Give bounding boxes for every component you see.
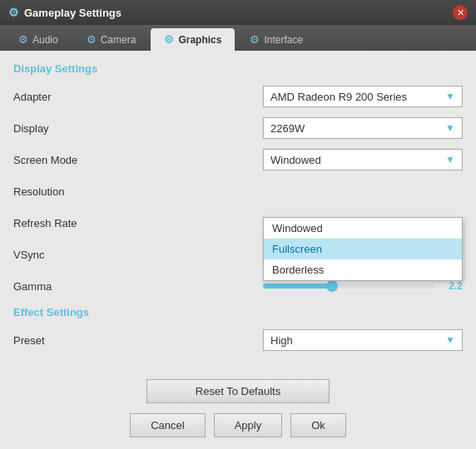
- gear-icon: ⚙: [8, 6, 19, 19]
- graphics-tab-icon: ⚙: [164, 33, 174, 46]
- preset-dropdown[interactable]: High ▼: [263, 329, 463, 351]
- screen-mode-row: Screen Mode Windowed ▼: [13, 148, 463, 171]
- display-dropdown[interactable]: 2269W ▼: [263, 117, 463, 139]
- cancel-button[interactable]: Cancel: [130, 413, 205, 437]
- adapter-control: AMD Radeon R9 200 Series ▼: [196, 86, 463, 107]
- preset-label: Preset: [13, 334, 196, 347]
- gamma-label: Gamma: [13, 280, 196, 293]
- close-button[interactable]: ✕: [453, 5, 468, 20]
- screen-mode-label: Screen Mode: [13, 154, 196, 166]
- display-row: Display 2269W ▼: [13, 116, 463, 140]
- adapter-dropdown-arrow: ▼: [445, 91, 455, 102]
- title-bar: ⚙ Gameplay Settings ✕: [0, 0, 476, 25]
- refresh-rate-label: Refresh Rate: [13, 217, 196, 229]
- camera-tab-icon: ⚙: [87, 33, 97, 46]
- adapter-label: Adapter: [13, 91, 196, 103]
- adapter-dropdown[interactable]: AMD Radeon R9 200 Series ▼: [263, 86, 463, 107]
- preset-value: High: [270, 334, 293, 347]
- gamma-slider-container: 2.2: [263, 280, 463, 292]
- adapter-value: AMD Radeon R9 200 Series: [270, 91, 407, 103]
- screen-mode-control: Windowed ▼: [196, 149, 463, 170]
- preset-control: High ▼: [196, 329, 463, 351]
- reset-defaults-button[interactable]: Reset To Defaults: [146, 379, 330, 403]
- screen-mode-dropdown[interactable]: Windowed ▼: [263, 149, 463, 170]
- resolution-row: Resolution: [13, 180, 463, 203]
- footer-buttons-area: Cancel Apply Ok: [0, 413, 476, 449]
- tab-camera[interactable]: ⚙ Camera: [73, 28, 150, 51]
- tab-graphics[interactable]: ⚙ Graphics: [151, 28, 235, 51]
- display-control: 2269W ▼: [196, 117, 463, 139]
- preset-dropdown-arrow: ▼: [445, 334, 455, 346]
- reset-buttons-area: Reset To Defaults: [0, 373, 476, 413]
- content-area: Display Settings Adapter AMD Radeon R9 2…: [0, 51, 476, 373]
- preset-row: Preset High ▼: [13, 328, 463, 352]
- ok-button[interactable]: Ok: [290, 413, 346, 437]
- tabs-bar: ⚙ Audio ⚙ Camera ⚙ Graphics ⚙ Interface: [0, 25, 476, 51]
- option-windowed[interactable]: Windowed: [264, 218, 462, 239]
- apply-button[interactable]: Apply: [214, 413, 283, 437]
- adapter-row: Adapter AMD Radeon R9 200 Series ▼: [13, 85, 463, 108]
- resolution-label: Resolution: [13, 185, 196, 198]
- gamma-slider-track[interactable]: [263, 284, 435, 289]
- gamma-control: 2.2: [196, 280, 463, 292]
- gamma-slider-thumb[interactable]: [326, 280, 338, 292]
- display-value: 2269W: [270, 122, 305, 135]
- vsync-label: VSync: [13, 249, 196, 261]
- tab-interface-label: Interface: [264, 34, 303, 46]
- tab-graphics-label: Graphics: [178, 34, 221, 46]
- gamma-slider-fill: [263, 284, 332, 289]
- effect-settings-title: Effect Settings: [13, 306, 463, 318]
- option-fullscreen[interactable]: Fullscreen: [264, 239, 462, 259]
- tab-interface[interactable]: ⚙ Interface: [236, 28, 316, 51]
- option-borderless[interactable]: Borderless: [264, 259, 462, 280]
- interface-tab-icon: ⚙: [250, 33, 260, 46]
- window-title: Gameplay Settings: [24, 7, 121, 19]
- title-bar-left: ⚙ Gameplay Settings: [8, 6, 121, 19]
- screen-mode-dropdown-arrow: ▼: [445, 154, 455, 165]
- tab-audio[interactable]: ⚙ Audio: [5, 28, 72, 51]
- display-dropdown-arrow: ▼: [445, 122, 455, 134]
- gamma-value: 2.2: [442, 280, 463, 292]
- tab-camera-label: Camera: [101, 34, 136, 46]
- tab-audio-label: Audio: [32, 34, 58, 46]
- gameplay-settings-window: ⚙ Gameplay Settings ✕ ⚙ Audio ⚙ Camera ⚙…: [0, 0, 476, 449]
- audio-tab-icon: ⚙: [18, 33, 28, 46]
- display-settings-title: Display Settings: [13, 62, 463, 75]
- screen-mode-value: Windowed: [270, 154, 321, 166]
- display-label: Display: [13, 122, 196, 135]
- screen-mode-dropdown-menu: Windowed Fullscreen Borderless: [263, 217, 463, 281]
